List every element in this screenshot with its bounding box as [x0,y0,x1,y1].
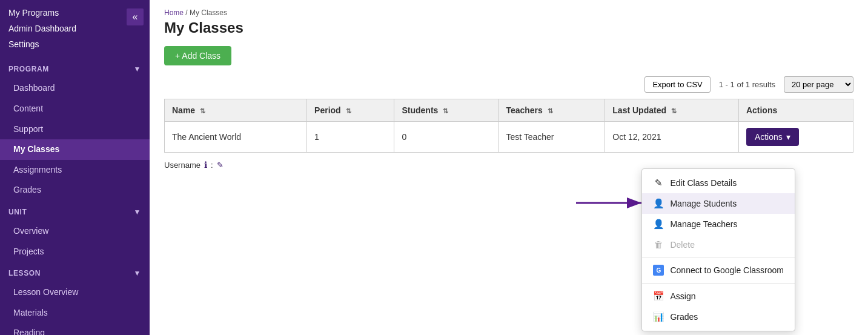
google-classroom-icon: G [653,265,664,276]
col-name[interactable]: Name ⇅ [165,99,307,122]
col-teachers[interactable]: Teachers ⇅ [499,99,605,122]
sidebar: My Programs Admin Dashboard Settings « P… [0,0,150,335]
actions-dropdown-button[interactable]: Actions ▾ [746,128,799,146]
sidebar-item-content[interactable]: Content [0,99,150,119]
classes-table: Name ⇅ Period ⇅ Students ⇅ Teachers ⇅ La… [164,99,853,153]
sidebar-item-projects[interactable]: Projects [0,242,150,262]
col-actions: Actions [738,99,853,122]
delete-item: 🗑 Delete [642,234,795,254]
sidebar-item-lesson-overview[interactable]: Lesson Overview [0,282,150,303]
sidebar-top: My Programs Admin Dashboard Settings « [0,0,150,58]
breadcrumb-current: My Classes [190,8,227,17]
col-period[interactable]: Period ⇅ [307,99,394,122]
table-controls: Export to CSV 1 - 1 of 1 results 20 per … [164,76,853,93]
manage-teachers-item[interactable]: 👤 Manage Teachers [642,214,795,234]
sidebar-item-reading[interactable]: Reading [0,323,150,335]
trash-icon: 🗑 [653,239,664,250]
page-title: My Classes [164,19,853,36]
person-icon-2: 👤 [653,219,664,230]
username-label: Username [164,161,200,170]
col-students[interactable]: Students ⇅ [394,99,499,122]
admin-dashboard-link[interactable]: Admin Dashboard [8,22,76,36]
sidebar-item-myclasses[interactable]: My Classes [0,139,150,160]
edit-class-details-label: Edit Class Details [670,178,737,188]
grades-item[interactable]: 📊 Grades [642,307,795,327]
sort-teachers-icon[interactable]: ⇅ [548,107,553,114]
actions-dropdown-menu: ✎ Edit Class Details 👤 Manage Students 👤… [641,168,795,331]
per-page-select[interactable]: 20 per page 50 per page 100 per page [784,76,853,93]
col-last-updated[interactable]: Last Updated ⇅ [605,99,739,122]
lesson-section-header: LESSON ▼ [0,264,150,282]
sidebar-collapse-button[interactable]: « [127,8,144,25]
sort-period-icon[interactable]: ⇅ [346,107,351,114]
divider-2 [642,283,795,284]
cell-last-updated: Oct 12, 2021 [605,122,739,153]
sidebar-item-assignments[interactable]: Assignments [0,160,150,181]
edit-icon: ✎ [653,177,664,188]
chart-icon: 📊 [653,311,664,322]
sidebar-item-grades[interactable]: Grades [0,180,150,201]
sidebar-top-links: My Programs Admin Dashboard Settings [8,6,76,51]
export-csv-button[interactable]: Export to CSV [644,76,710,93]
breadcrumb-home[interactable]: Home [164,8,184,17]
person-icon: 👤 [653,198,664,209]
add-class-button[interactable]: + Add Class [164,46,231,65]
table-row: The Ancient World 1 0 Test Teacher Oct 1… [165,122,853,153]
info-icon[interactable]: ℹ [204,160,207,170]
grades-label: Grades [670,312,698,322]
assign-item[interactable]: 📅 Assign [642,286,795,307]
manage-students-label: Manage Students [670,199,737,208]
sort-name-icon[interactable]: ⇅ [200,107,205,114]
cell-period: 1 [307,122,394,153]
edit-username-icon[interactable]: ✎ [217,161,224,170]
chevron-down-icon: ▾ [786,132,790,142]
settings-link[interactable]: Settings [8,38,76,52]
main-content: Home / My Classes My Classes + Add Class… [150,0,868,335]
arrow-indicator [576,191,649,217]
sort-last-updated-icon[interactable]: ⇅ [671,107,677,114]
manage-students-item[interactable]: 👤 Manage Students [642,193,795,214]
program-section-header: PROGRAM ▼ [0,60,150,78]
cell-teachers: Test Teacher [499,122,605,153]
sidebar-item-dashboard[interactable]: Dashboard [0,78,150,99]
assign-label: Assign [670,291,695,301]
cell-actions: Actions ▾ [738,122,853,153]
calendar-icon: 📅 [653,291,664,302]
cell-students: 0 [394,122,499,153]
sort-students-icon[interactable]: ⇅ [443,107,448,114]
cell-class-name: The Ancient World [165,122,307,153]
connect-google-item[interactable]: G Connect to Google Classroom [642,260,795,280]
delete-label: Delete [670,240,694,250]
breadcrumb: Home / My Classes [164,8,853,17]
my-programs-link[interactable]: My Programs [8,6,76,21]
divider-1 [642,257,795,257]
sidebar-item-materials[interactable]: Materials [0,303,150,323]
sidebar-item-overview[interactable]: Overview [0,221,150,242]
edit-class-details-item[interactable]: ✎ Edit Class Details [642,173,795,193]
manage-teachers-label: Manage Teachers [670,219,737,229]
results-count: 1 - 1 of 1 results [719,80,775,89]
connect-google-label: Connect to Google Classroom [670,265,784,275]
unit-section-header: UNIT ▼ [0,203,150,221]
dropdown-menu-panel: ✎ Edit Class Details 👤 Manage Students 👤… [641,168,795,331]
sidebar-item-support[interactable]: Support [0,119,150,140]
